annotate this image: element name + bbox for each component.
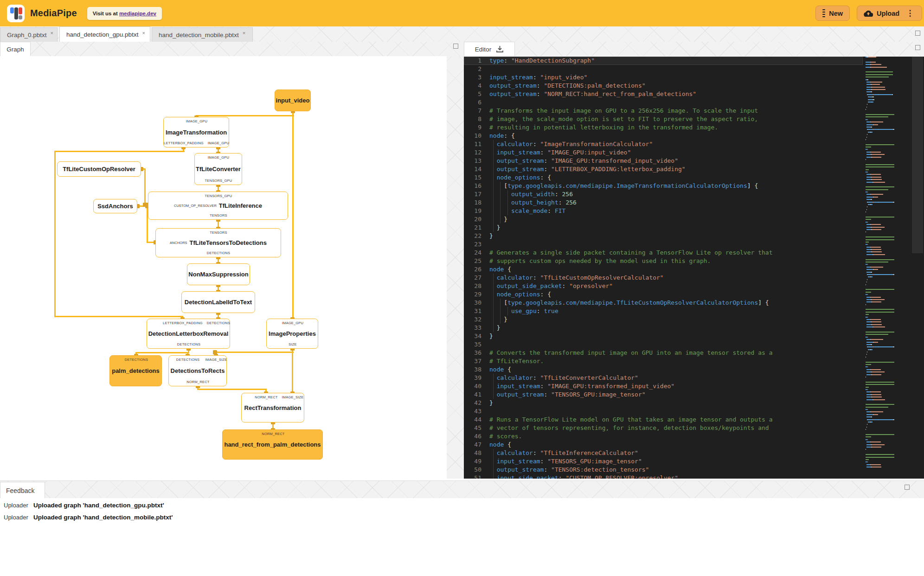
code-line: 41 output_stream: "TENSORS_GPU:image_ten…: [464, 390, 863, 399]
graph-node-NonMaxSuppression[interactable]: NonMaxSuppression: [187, 263, 250, 285]
port-label: SIZE: [289, 342, 296, 346]
graph-node-hand_rect_from_palm_detections[interactable]: NORM_RECThand_rect_from_palm_detections: [222, 429, 323, 460]
minimap-line: [866, 87, 910, 88]
graph-edge: [292, 111, 294, 320]
minimap-line: [866, 104, 910, 105]
code-line: 3input_stream: "input_video": [464, 73, 863, 82]
panel-divider[interactable]: [447, 56, 464, 479]
minimap-line: [866, 184, 910, 185]
code-line: 12 input_stream: "IMAGE_GPU:input_video": [464, 148, 863, 157]
minimap-line: [866, 77, 910, 77]
minimap-line: [866, 447, 910, 448]
graph-node-DetectionLabelIdToText[interactable]: DetectionLabelIdToText: [181, 291, 255, 313]
feedback-entry: Uploader Uploaded graph 'hand_detection_…: [0, 499, 924, 511]
close-tab-icon[interactable]: ×: [142, 30, 145, 36]
graph-node-input_video[interactable]: input_video: [275, 90, 311, 111]
minimap-line: [866, 432, 910, 433]
tab-hand-detection-mobile-pbtxt[interactable]: hand_detection_mobile.pbtxt×: [152, 27, 253, 42]
code-editor[interactable]: 1type: "HandDetectionSubgraph"23input_st…: [464, 57, 924, 479]
visit-pill: Visit us at mediapipe.dev: [87, 7, 162, 20]
graph-node-TfLiteCustomOpResolver[interactable]: TfLiteCustomOpResolver: [57, 161, 141, 177]
mediapipe-dev-link[interactable]: mediapipe.dev: [119, 11, 156, 16]
minimap-line: [866, 256, 910, 257]
minimap-line: [866, 382, 910, 383]
graph-edge: [135, 352, 189, 353]
new-button[interactable]: New: [815, 6, 850, 21]
code-line: 14 output_stream: "LETTERBOX_PADDING:let…: [464, 165, 863, 173]
graph-node-ImageProperties[interactable]: IMAGE_GPUSIZEImageProperties: [266, 319, 318, 349]
code-lines[interactable]: 1type: "HandDetectionSubgraph"23input_st…: [464, 57, 863, 479]
tab-graph-0-pbtxt[interactable]: Graph_0.pbtxt×: [0, 27, 58, 42]
node-label: DetectionLabelIdToText: [185, 299, 252, 306]
tab-editor-view[interactable]: Editor: [464, 42, 515, 56]
graph-node-SsdAnchors[interactable]: SsdAnchors: [93, 199, 137, 213]
close-tab-icon[interactable]: ×: [51, 30, 53, 36]
port-label: TENSORS_GPU: [205, 194, 232, 198]
editor-minimap[interactable]: [866, 57, 910, 469]
code-line: 16 [type.googleapis.com/mediapipe.ImageT…: [464, 182, 863, 190]
code-line: 11 calculator: "ImageTransformationCalcu…: [464, 140, 863, 148]
code-line: 7# Transforms the input image on GPU to …: [464, 107, 863, 115]
tab-hand-detection-gpu-pbtxt[interactable]: hand_detection_gpu.pbtxt×: [59, 26, 150, 42]
code-line: 33 }: [464, 324, 863, 332]
node-label: DetectionsToRects: [171, 367, 225, 374]
cloud-upload-icon: [864, 10, 873, 17]
editor-scrollbar[interactable]: [912, 57, 923, 253]
port-label: IMAGE_SIZE: [205, 358, 227, 362]
code-line: 2: [464, 65, 863, 73]
node-label: DetectionLetterboxRemoval: [148, 330, 229, 337]
graph-node-DetectionLetterboxRemoval[interactable]: LETTERBOX_PADDINGDETECTIONSDETECTIONSDet…: [147, 319, 230, 349]
minimap-line: [866, 254, 910, 255]
minimap-line: [866, 161, 910, 162]
minimap-line: [866, 67, 910, 68]
code-line: 46# scores.: [464, 432, 863, 441]
minimap-line: [866, 164, 910, 165]
expand-feedback-icon[interactable]: [905, 485, 910, 490]
minimap-line: [866, 307, 910, 307]
tab-feedback[interactable]: Feedback: [0, 482, 45, 499]
code-line: 18 output_height: 256: [464, 198, 863, 207]
node-label: RectTransformation: [244, 404, 302, 411]
minimap-line: [866, 439, 910, 440]
minimap-line: [866, 139, 910, 140]
minimap-line: [866, 459, 910, 460]
graph-node-palm_detections[interactable]: DETECTIONSpalm_detections: [109, 355, 162, 386]
close-tab-icon[interactable]: ×: [243, 30, 245, 36]
minimap-line: [866, 464, 910, 465]
port-label: TENSORS: [210, 213, 227, 218]
expand-graph-panel-icon[interactable]: [453, 44, 458, 49]
feedback-message: Uploaded graph 'hand_detection_gpu.pbtxt…: [33, 502, 164, 509]
graph-canvas[interactable]: input_videoIMAGE_GPULETTERBOX_PADDINGIMA…: [0, 56, 447, 479]
graph-node-RectTransformation[interactable]: NORM_RECTIMAGE_SIZERectTransformation: [241, 393, 304, 422]
minimap-line: [866, 242, 910, 243]
download-icon[interactable]: [496, 45, 504, 53]
code-line: 40 input_stream: "IMAGE_GPU:transformed_…: [464, 382, 863, 390]
code-line: 15 node_options: {: [464, 173, 863, 182]
minimap-line: [866, 134, 910, 135]
minimap-line: [866, 287, 910, 288]
minimap-line: [866, 424, 910, 425]
upload-button[interactable]: Upload ⋮: [857, 6, 922, 21]
code-line: 24# Generates a single side packet conta…: [464, 249, 863, 257]
graph-node-ImageTransformation[interactable]: IMAGE_GPULETTERBOX_PADDINGIMAGE_GPUImage…: [163, 117, 229, 147]
expand-tabbar-icon[interactable]: [915, 31, 920, 36]
graph-node-TfLiteConverter[interactable]: IMAGE_GPUTENSORS_GPUTfLiteConverter: [194, 153, 242, 185]
graph-edge: [197, 389, 267, 390]
code-line: 22}: [464, 232, 863, 240]
node-label: TfLiteTensorsToDetections: [190, 239, 267, 246]
code-line: 48 calculator: "TfLiteInferenceCalculato…: [464, 449, 863, 457]
minimap-line: [866, 219, 910, 220]
minimap-line: [866, 312, 910, 313]
minimap-line: [866, 346, 910, 347]
graph-node-TfLiteTensorsToDetections[interactable]: TENSORSDETECTIONSANCHORSTfLiteTensorsToD…: [155, 228, 281, 257]
minimap-line: [866, 132, 910, 133]
minimap-line: [866, 389, 910, 390]
tab-graph-view[interactable]: Graph: [0, 42, 31, 56]
port-label: ANCHORS: [170, 241, 187, 245]
graph-node-TfLiteInference[interactable]: TENSORS_GPUTENSORSCUSTOM_OP_RESOLVERTfLi…: [148, 192, 288, 220]
code-line: 5output_stream: "NORM_RECT:hand_rect_fro…: [464, 90, 863, 98]
expand-editor-panel-icon[interactable]: [915, 45, 920, 50]
graph-node-DetectionsToRects[interactable]: DETECTIONSIMAGE_SIZENORM_RECTDetectionsT…: [168, 355, 227, 386]
upload-more-icon[interactable]: ⋮: [906, 9, 914, 17]
minimap-line: [866, 182, 910, 183]
